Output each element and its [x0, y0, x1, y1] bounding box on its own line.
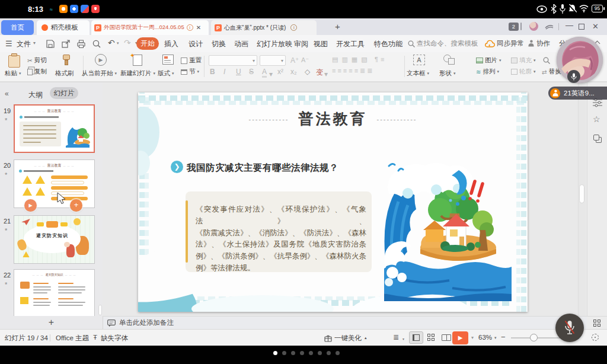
print-icon[interactable] — [77, 40, 85, 48]
section-button[interactable]: 节▾ — [181, 68, 199, 76]
clear-format-icon[interactable]: ◇ — [305, 68, 310, 76]
shapes-button[interactable]: 形状▾ — [439, 69, 456, 78]
print-preview-icon[interactable] — [92, 40, 101, 48]
ribbon-tab-review[interactable]: 审阅 — [294, 39, 308, 49]
change-case-button[interactable]: 变 — [316, 68, 323, 78]
shrink-font-button[interactable]: A⁻ — [301, 56, 309, 64]
page-dot[interactable] — [336, 351, 340, 355]
doc1-info-icon[interactable]: i — [187, 24, 193, 31]
fill-button[interactable]: 填充▾ — [511, 56, 536, 65]
layers-icon[interactable] — [593, 135, 599, 141]
file-menu[interactable]: 文件 — [17, 39, 31, 49]
save-icon[interactable] — [46, 40, 55, 48]
list-format-icons-row1[interactable]: ▤▥▦▧ — [332, 56, 371, 63]
outline-button[interactable]: 轮廓▾ — [511, 68, 536, 76]
ribbon-tab-design[interactable]: 设计 — [189, 39, 203, 49]
ribbon-tab-slideshow[interactable]: 幻灯片放映 — [257, 39, 292, 49]
slide-thumbnail-22[interactable]: 避灾防灾知识 — [14, 269, 95, 318]
restore-button[interactable] — [579, 24, 584, 30]
font-size-combobox[interactable]: ▾ — [260, 55, 286, 66]
doc1-close-icon[interactable]: ✕ — [196, 24, 201, 31]
ribbon-tab-insert[interactable]: 插入 — [164, 39, 178, 49]
layout-button[interactable]: 版式▾ — [158, 69, 174, 78]
format-painter-button[interactable]: 格式刷 — [55, 69, 74, 78]
collapse-panel-icon[interactable]: « — [5, 90, 9, 98]
notes-view-icon[interactable]: ≣ — [393, 333, 399, 341]
collab-user-badge[interactable]: 21英语9... — [548, 87, 607, 100]
text-box-button[interactable]: 文本框▾ — [407, 69, 429, 78]
play-from-current-button[interactable]: 从当前开始▾ — [82, 69, 117, 78]
ribbon-tab-animation[interactable]: 动画 — [234, 39, 248, 49]
beautify-label[interactable]: 一键美化 — [334, 334, 362, 343]
slide-canvas[interactable]: ------------ 普法教育 ------------ ❯ 我国防灾减灾主… — [138, 92, 528, 312]
close-window-button[interactable]: ✕ — [592, 22, 599, 31]
copy-button[interactable]: 复制 — [27, 68, 47, 76]
sync-cloud-icon[interactable] — [485, 40, 495, 47]
notes-bar[interactable]: 单击此处添加备注 — [103, 316, 587, 329]
new-tab-button[interactable]: + — [335, 21, 340, 31]
tab-document-1[interactable]: P 外国语学院第十一周...024.05.05 i ✕ — [91, 20, 209, 35]
workspace-scrollbar-thumb[interactable] — [579, 184, 584, 203]
normal-view-button[interactable] — [409, 331, 423, 344]
ribbon-tab-home[interactable]: 开始 — [136, 37, 159, 50]
page-dot[interactable] — [291, 351, 295, 355]
webcam-mic-button[interactable] — [567, 70, 580, 83]
paragraph-icons-row1[interactable]: ¶≡ — [375, 56, 386, 63]
floating-mic-button[interactable] — [555, 314, 584, 342]
tab-count-badge[interactable]: 2 — [509, 23, 519, 31]
undo-caret[interactable]: ▾ — [117, 41, 119, 46]
slide-title[interactable]: 普法教育 — [299, 109, 368, 129]
tab-document-2[interactable]: P 心血来“巢”.pptx * (只读) i — [211, 20, 317, 35]
slide-question[interactable]: 我国防灾减灾主要有哪些法律法规？ — [187, 162, 338, 174]
bold-button[interactable]: B — [210, 68, 215, 76]
font-color-caret[interactable]: ▾ — [269, 70, 273, 78]
page-dot[interactable] — [300, 351, 304, 355]
play-caret[interactable]: ▾ — [471, 335, 474, 340]
outline-tab[interactable]: 大纲 — [28, 90, 43, 100]
wave-hand-icon[interactable] — [544, 23, 554, 31]
slideshow-play-button[interactable]: ▶ — [452, 331, 468, 344]
zoom-out-button[interactable]: − — [501, 333, 506, 341]
find-icon[interactable] — [543, 57, 550, 64]
notes-view-caret[interactable]: ▾ — [402, 337, 404, 341]
underline-button[interactable]: U — [236, 68, 241, 76]
beautify-caret[interactable]: ▴ — [365, 336, 367, 340]
slide-thumbnail-19[interactable]: 普法教育 — [14, 104, 95, 153]
search-box[interactable]: 查找命令、搜索模板 — [417, 39, 478, 48]
theme-name[interactable]: Office 主题 — [56, 334, 89, 343]
cut-button[interactable]: ✂剪切 — [27, 56, 47, 65]
undo-icon[interactable]: ↶ — [108, 38, 115, 47]
star-tool-icon[interactable]: ☆ — [593, 114, 600, 124]
page-dot[interactable] — [327, 351, 331, 355]
add-slide-button[interactable]: + — [49, 317, 54, 328]
font-name-combobox[interactable]: ▾ — [209, 55, 257, 66]
thumb-add-button[interactable]: + — [70, 199, 82, 212]
grid-view-icon[interactable] — [593, 320, 601, 327]
superscript-button[interactable]: x² — [277, 68, 283, 76]
ribbon-tab-transition[interactable]: 切换 — [212, 39, 226, 49]
hamburger-menu-icon[interactable]: ☰ — [5, 39, 12, 48]
slides-tab[interactable]: 幻灯片 — [50, 87, 78, 99]
align-icons-row2[interactable]: ≡≡≡≡≡≣≣ — [332, 67, 375, 75]
paste-button[interactable]: 粘贴▾ — [5, 69, 21, 78]
search-icon[interactable] — [408, 40, 415, 47]
page-dot[interactable] — [309, 351, 313, 355]
user-avatar[interactable] — [529, 22, 538, 31]
file-menu-caret[interactable]: ▾ — [33, 40, 36, 46]
thumb-play-button[interactable]: ▶ — [24, 199, 37, 212]
slide-sorter-icon[interactable] — [427, 334, 435, 341]
collaborate-icon[interactable] — [528, 40, 535, 47]
page-dot[interactable] — [318, 351, 322, 355]
picture-button[interactable]: 图片▾ — [476, 56, 501, 65]
subscript-button[interactable]: x₂ — [290, 68, 297, 76]
reset-button[interactable]: 重置 — [181, 56, 202, 65]
tab-home[interactable]: 首页 — [1, 20, 34, 35]
grow-font-button[interactable]: A⁺ — [290, 56, 299, 65]
collaborate-label[interactable]: 协作 — [536, 39, 550, 48]
redo-icon[interactable]: ↷ — [124, 38, 131, 47]
zoom-caret[interactable]: ▾ — [494, 336, 497, 340]
new-slide-button[interactable]: 新建幻灯片▾ — [120, 69, 155, 78]
italic-button[interactable]: I — [223, 68, 225, 76]
panel-scrollbar-thumb[interactable] — [98, 305, 102, 315]
doc2-info-icon[interactable]: i — [290, 24, 297, 31]
